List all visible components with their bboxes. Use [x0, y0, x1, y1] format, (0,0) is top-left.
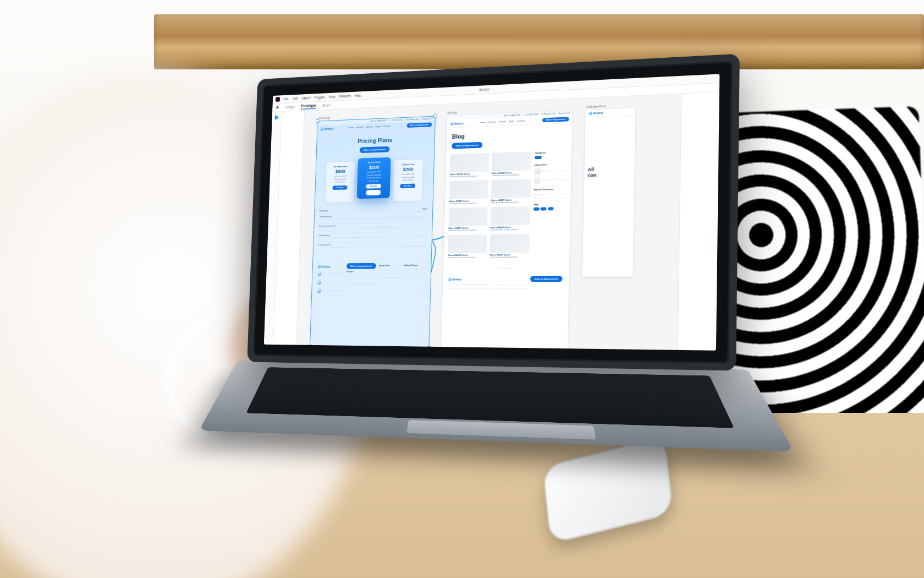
topbar-item: Request Call — [422, 118, 432, 121]
brand: Dentics — [589, 111, 603, 115]
nav-link[interactable]: Dentists — [499, 121, 506, 123]
brand-name: Dentics — [322, 265, 331, 268]
card-subtitle: Lorem ipsum dolor sit amet consectetur — [449, 202, 488, 205]
pager-page[interactable]: 3 — [508, 267, 509, 270]
plan-card-featured[interactable]: Doctor Visits $100 Lorem ipsum dolor Eme… — [357, 157, 391, 199]
page-title: Blog — [452, 129, 567, 140]
plan-card[interactable]: Urgent Care $250 Lorem ipsum dolor Conse… — [393, 160, 424, 201]
nav-link[interactable]: Contacts — [517, 120, 525, 123]
artboard-pricing[interactable]: 7-Pricing Mon–Fri 8AM–6PM +1 234 567 891… — [310, 117, 435, 348]
blog-card[interactable]: What a SMART Goal IsLorem ipsum dolor si… — [449, 180, 488, 205]
sidebar-mini-post[interactable] — [534, 167, 566, 175]
pager-next[interactable]: › — [512, 267, 512, 270]
brand: Dentics — [318, 265, 344, 268]
footer-cta-button[interactable]: Make an Appointment — [530, 276, 563, 282]
menu-file[interactable]: File — [284, 97, 289, 101]
plan-feature: Consectetur adipi — [395, 176, 421, 178]
table-row: Teeth whitening — [319, 216, 332, 223]
plan-cta-button[interactable]: Get Now — [332, 185, 348, 189]
card-thumb — [492, 151, 531, 171]
plan-card[interactable]: All Physicians $900 Lorem ipsum dolor Co… — [325, 162, 355, 203]
menu-window[interactable]: Window — [339, 94, 351, 99]
brand: Dentics — [450, 122, 464, 126]
menu-edit[interactable]: Edit — [293, 97, 298, 101]
plan-cta-button[interactable]: Get Now — [366, 184, 381, 188]
nav-link[interactable]: Services — [356, 126, 364, 128]
preview-play-icon[interactable] — [274, 115, 279, 121]
selection-handle[interactable] — [434, 115, 437, 118]
blog-card[interactable]: What a SMART Goal IsLorem ipsum dolor si… — [491, 179, 531, 204]
hero-cta-button[interactable]: Make an Appointment — [360, 146, 389, 153]
site-footer: Dentics Make an Appointment — [442, 273, 569, 298]
nav-cta-button[interactable]: Make an Appointment — [542, 117, 569, 122]
brand: Dentics — [448, 277, 487, 281]
topbar-item: +1 234 567 8910 — [524, 113, 538, 116]
nav-link[interactable]: Contacts — [383, 125, 391, 127]
topbar-item: +1 234 567 8910 — [389, 119, 403, 122]
screen-bezel: File Edit Object Plugins View Window Hel… — [253, 61, 733, 364]
sidebar-chip[interactable]: ··· — [535, 156, 542, 159]
laptop-keyboard — [246, 367, 734, 428]
card-subtitle: Lorem ipsum dolor sit amet consectetur — [448, 257, 487, 259]
topbar-item: Request Call — [558, 112, 569, 114]
mode-share[interactable]: Share — [322, 103, 331, 107]
blog-card[interactable]: What a SMART Goal IsLorem ipsum dolor si… — [450, 153, 489, 178]
selection-handle[interactable] — [427, 347, 430, 350]
nav-link[interactable]: Services — [488, 121, 496, 123]
menu-view[interactable]: View — [328, 95, 336, 99]
nav-link[interactable]: Home — [349, 127, 354, 129]
plan-feature: Gratis consult — [395, 179, 420, 182]
home-icon[interactable] — [275, 105, 279, 110]
card-subtitle: Lorem ipsum dolor sit amet consectetur — [450, 175, 488, 178]
avatar-icon — [317, 288, 321, 293]
post-title-line: con — [587, 171, 631, 178]
canvas[interactable]: 7-Pricing Mon–Fri 8AM–6PM +1 234 567 891… — [296, 94, 681, 350]
workspace: 7-Pricing Mon–Fri 8AM–6PM +1 234 567 891… — [264, 92, 719, 350]
plan-price: $100 — [360, 164, 389, 170]
nav-link[interactable]: Home — [481, 121, 486, 123]
selection-handle[interactable] — [316, 120, 319, 123]
plan-name: Urgent Care — [395, 163, 421, 166]
hero-cta-button[interactable]: Make an Appointment — [452, 142, 482, 149]
selection-handle[interactable] — [309, 345, 311, 348]
page-title: Pricing Plans — [321, 135, 430, 146]
footer-cta-button[interactable]: Make an Appointment — [346, 263, 376, 269]
blog-card[interactable]: What a SMART Goal IsLorem ipsum dolor si… — [490, 234, 530, 259]
pager-page[interactable]: 2 — [505, 267, 506, 270]
laptop: File Edit Object Plugins View Window Hel… — [243, 54, 740, 506]
nav-link[interactable]: Pages — [375, 126, 381, 128]
pager-prev[interactable]: ‹ — [498, 267, 499, 270]
menu-plugins[interactable]: Plugins — [315, 95, 325, 99]
tag-chip[interactable]: · — [548, 207, 554, 210]
site-footer: Dentics Ma — [312, 260, 431, 298]
blog-card[interactable]: What a SMART Goal IsLorem ipsum dolor si… — [492, 151, 532, 177]
sidebar-heading: Tags — [534, 203, 566, 206]
blog-card[interactable]: What a SMART Goal IsLorem ipsum dolor si… — [448, 207, 487, 231]
menu-help[interactable]: Help — [355, 94, 361, 97]
plan-cta-button[interactable]: Get Now — [400, 183, 415, 188]
topbar-item: Mon–Fri 8AM–6PM — [504, 114, 520, 117]
nav-links: Home Services Dentists Pages Contacts — [349, 125, 391, 129]
nav-cta-button[interactable]: Make an Appointment — [406, 122, 432, 128]
tag-chip[interactable]: · — [534, 208, 540, 211]
pager-page[interactable]: 1 — [501, 267, 502, 270]
artboard-blog[interactable]: 8-Blog Mon–Fri 8AM–6PM +1 234 567 8910 3… — [441, 111, 573, 350]
sidebar-mini-post[interactable] — [534, 176, 566, 184]
mode-prototype[interactable]: Prototype — [301, 103, 316, 109]
mode-design[interactable]: Design — [285, 105, 296, 109]
artboard-single-post[interactable]: A Single Post Dentics All con — [582, 108, 636, 276]
blog-card[interactable]: What a SMART Goal IsLorem ipsum dolor si… — [448, 235, 487, 259]
nav-link[interactable]: Pages — [509, 120, 514, 122]
brand: Dentics — [320, 127, 333, 131]
tag-chip[interactable]: · — [541, 207, 547, 210]
card-thumb — [490, 234, 530, 253]
app-icon — [276, 97, 280, 102]
avatar-icon — [317, 271, 321, 276]
blog-card[interactable]: What a SMART Goal IsLorem ipsum dolor si… — [490, 206, 530, 231]
nav-link[interactable]: Dentists — [366, 126, 372, 128]
laptop-deck — [199, 361, 794, 451]
menu-object[interactable]: Object — [301, 96, 311, 100]
plan-secondary-button[interactable]: Details — [366, 190, 381, 195]
table-row: Ceramic braces — [318, 244, 331, 251]
footer-col-title: Contact — [346, 270, 376, 272]
